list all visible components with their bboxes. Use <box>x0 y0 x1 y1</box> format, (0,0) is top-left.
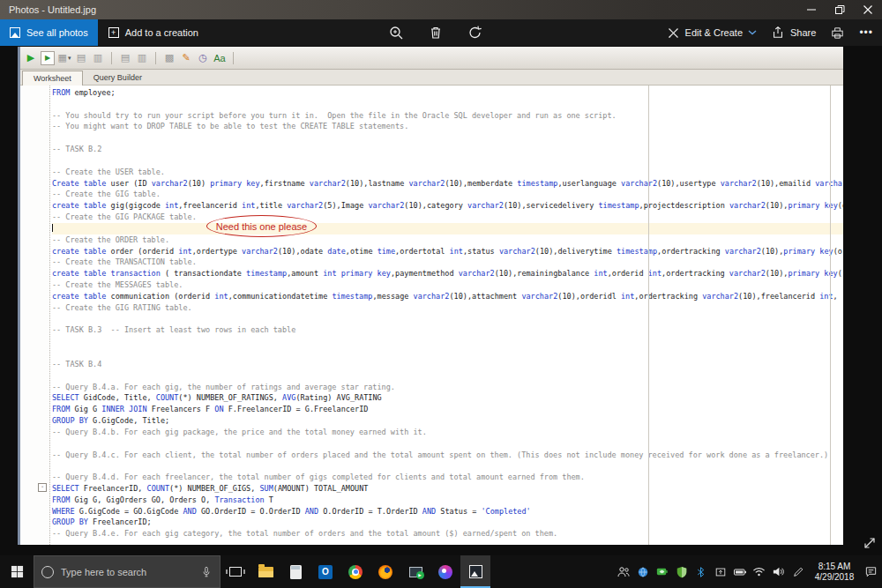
action-center-button[interactable] <box>863 565 878 579</box>
command-bar-center <box>388 19 483 46</box>
code-line: create table communication (orderid int,… <box>52 291 843 302</box>
autotrace-icon: ▦▾ <box>57 51 71 65</box>
tray-pen-icon[interactable] <box>790 565 805 579</box>
zoom-button[interactable] <box>388 25 404 41</box>
taskbar-apps <box>220 555 490 588</box>
unshared-worksheet-icon: ▩ <box>162 51 176 65</box>
gutter-row <box>20 176 49 188</box>
taskbar-search-box[interactable]: Type here to search <box>34 555 220 588</box>
taskbar-app-file-explorer[interactable] <box>250 555 280 588</box>
code-line <box>52 460 843 472</box>
tray-volume-icon[interactable] <box>771 565 786 579</box>
rotate-button[interactable] <box>467 25 483 41</box>
code-area: Need this one please FROM employee;-- Yo… <box>50 86 843 545</box>
code-line-comment: -- Create the USER table. <box>52 167 843 178</box>
code-line <box>52 347 843 359</box>
tab-query-builder: Query Builder <box>83 71 153 85</box>
editor-gutter: - <box>20 86 50 545</box>
clock-date: 4/29/2018 <box>810 572 859 583</box>
tray-network-icon[interactable] <box>635 565 650 579</box>
gutter-row <box>20 346 49 357</box>
taskbar-app-outlook[interactable] <box>310 555 340 588</box>
taskbar-app-chrome[interactable] <box>340 555 370 588</box>
gutter-row <box>20 86 49 97</box>
see-all-photos-button[interactable]: See all photos <box>0 19 98 46</box>
gutter-row <box>20 402 49 413</box>
code-line: GROUP BY FreelancerID; <box>52 517 843 528</box>
gutter-row <box>20 425 49 436</box>
taskbar-app-calculator[interactable] <box>280 555 310 588</box>
gutter-row <box>20 323 49 334</box>
code-line <box>52 223 843 234</box>
windows-logo-icon <box>11 565 24 578</box>
taskbar-app-movies-tv[interactable] <box>400 555 430 588</box>
margin-guide-line <box>648 86 649 545</box>
minimize-icon <box>806 4 817 15</box>
rotate-icon <box>467 25 483 41</box>
gutter-row <box>20 119 49 130</box>
tray-battery-saver-icon[interactable] <box>654 565 669 579</box>
code-line-comment: -- Create the GIG RATING table. <box>52 302 843 314</box>
tray-battery-icon[interactable] <box>732 565 747 579</box>
sqldev-toolbar: ▶▶▦▾▤▥▤▥▩✎◷Aa <box>20 47 843 70</box>
gutter-row <box>20 233 49 244</box>
gutter-row <box>20 255 49 266</box>
gutter-row <box>20 289 49 301</box>
code-line <box>52 314 843 325</box>
edit-create-button[interactable]: Edit & Create <box>667 26 757 40</box>
print-button[interactable] <box>830 26 845 41</box>
code-line: FROM Gig G INNER JOIN Freelancers F ON F… <box>52 404 843 415</box>
outlook-icon <box>318 565 333 579</box>
command-bar-right: Edit & Create Share <box>667 26 882 41</box>
gutter-row <box>20 301 49 312</box>
calculator-icon <box>290 565 302 579</box>
fullscreen-resize-button[interactable] <box>863 536 877 554</box>
clock-time: 8:15 AM <box>810 562 859 572</box>
task-view-icon <box>229 567 242 577</box>
share-button[interactable]: Share <box>771 26 816 40</box>
minimize-button[interactable] <box>797 0 826 19</box>
toolbar-separator <box>155 52 156 64</box>
annotation-text: Need this one please <box>216 221 307 232</box>
chrome-icon <box>348 565 363 579</box>
gutter-row <box>20 198 49 210</box>
taskbar-app-firefox[interactable] <box>370 555 400 588</box>
tray-hidden-icons-icon[interactable] <box>713 565 728 579</box>
tray-defender-icon[interactable] <box>674 565 689 579</box>
edit-create-icon <box>667 26 680 40</box>
gutter-row <box>20 278 49 289</box>
more-button[interactable]: ••• <box>859 26 873 39</box>
tray-people-icon[interactable] <box>616 565 631 579</box>
tray-bluetooth-icon[interactable] <box>693 565 708 579</box>
editor-edge-line <box>830 86 831 545</box>
code-line-comment: -- Query B.4.e. For each gig category, t… <box>52 528 843 540</box>
restore-button[interactable] <box>826 0 854 19</box>
taskbar-app-photos[interactable] <box>460 555 490 588</box>
start-button[interactable] <box>0 555 34 588</box>
code-line: FROM Gig G, GigOrders GO, Orders O, Tran… <box>52 495 843 506</box>
code-line-comment: -- Create the GIG PACKAGE table. <box>52 212 843 223</box>
code-line-comment: -- Create the TRANSACTION table. <box>52 257 843 268</box>
rollback-icon-glyph: ▤ <box>121 52 130 63</box>
code-line <box>52 370 843 382</box>
code-line-comment: -- Create the MESSAGES table. <box>52 279 843 291</box>
taskbar-app-paint-3d[interactable] <box>430 555 460 588</box>
dropdown-caret-icon: ▾ <box>68 55 71 62</box>
gutter-row <box>20 165 49 176</box>
add-to-creation-button[interactable]: + Add to a creation <box>98 19 209 46</box>
delete-button[interactable] <box>428 25 444 41</box>
add-creation-icon: + <box>108 27 119 38</box>
taskbar-clock[interactable]: 8:15 AM 4/29/2018 <box>810 562 859 583</box>
explain-plan-icon-glyph: ▤ <box>77 52 86 63</box>
rollback-icon: ▤ <box>118 51 132 65</box>
restore-icon <box>834 4 845 15</box>
run-script-icon: ▶ <box>41 51 55 65</box>
tray-wifi-icon[interactable] <box>751 565 766 579</box>
run-statement-icon: ▶ <box>24 51 38 65</box>
code-line: WHERE G.GigCode = GO.GigCode AND GO.Orde… <box>52 506 843 517</box>
code-line: SELECT GidCode, Title, COUNT(*) NUMBER_O… <box>52 392 843 404</box>
photo-image[interactable]: ▶▶▦▾▤▥▤▥▩✎◷Aa Worksheet Query Builder - … <box>18 47 843 545</box>
close-button[interactable] <box>854 0 882 19</box>
cortana-icon <box>41 566 54 578</box>
taskbar-app-task-view[interactable] <box>220 555 250 588</box>
